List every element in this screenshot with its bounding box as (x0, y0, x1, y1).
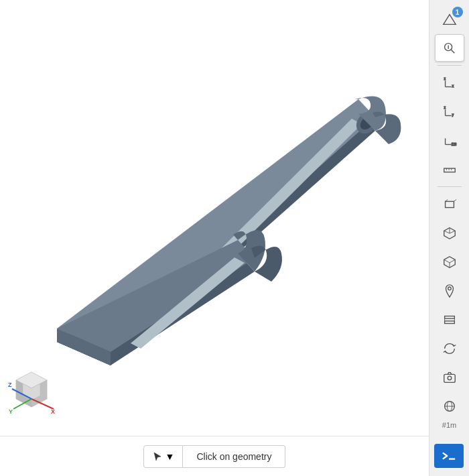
svg-text:x: x (452, 84, 454, 88)
axis-zy-button[interactable]: 123 (435, 127, 464, 154)
viewport: X Y Z ▼ Click on geometry (0, 0, 429, 476)
cube-3d-button[interactable] (435, 248, 464, 276)
right-toolbar: 1 z x z y 1 (429, 0, 469, 476)
axis-yx-button[interactable]: z x (435, 69, 464, 97)
svg-line-47 (444, 231, 449, 233)
svg-line-24 (451, 50, 454, 53)
svg-text:Z: Z (8, 381, 12, 388)
axis-zx-button[interactable]: z y (435, 98, 464, 125)
svg-text:123: 123 (451, 143, 456, 146)
svg-point-49 (448, 287, 451, 290)
camera-button[interactable] (435, 363, 464, 391)
view-front-button[interactable] (435, 190, 464, 218)
zoom-measure-button[interactable] (435, 34, 464, 62)
svg-rect-37 (444, 168, 455, 172)
dimension-tool-button[interactable]: 1 (435, 5, 464, 33)
model-area (0, 0, 429, 416)
divider-1 (438, 65, 462, 66)
terminal-button[interactable] (434, 444, 464, 468)
svg-rect-41 (445, 201, 454, 207)
cursor-button[interactable]: ▼ (143, 445, 184, 468)
svg-line-46 (450, 231, 455, 233)
scale-label: #1m (442, 421, 456, 429)
sphere-button[interactable] (435, 392, 464, 420)
svg-text:z: z (444, 77, 446, 80)
axis-indicator: X Y Z (7, 365, 57, 416)
svg-rect-50 (444, 316, 454, 318)
svg-line-43 (454, 199, 456, 201)
svg-rect-51 (444, 320, 454, 323)
bottom-toolbar: ▼ Click on geometry (0, 436, 429, 476)
measure-button[interactable] (435, 306, 464, 333)
click-geometry-button[interactable]: Click on geometry (183, 445, 285, 468)
svg-text:y: y (452, 113, 454, 117)
view-3d-button[interactable] (435, 219, 464, 247)
location-button[interactable] (435, 277, 464, 304)
svg-text:X: X (51, 408, 55, 415)
refresh-button[interactable] (435, 335, 464, 362)
svg-text:Y: Y (9, 408, 13, 415)
svg-text:z: z (444, 106, 446, 109)
cursor-dropdown-arrow: ▼ (165, 451, 175, 462)
divider-2 (438, 186, 462, 187)
tool-badge: 1 (452, 7, 463, 17)
ruler-button[interactable] (435, 156, 464, 183)
svg-rect-54 (444, 374, 455, 382)
svg-point-55 (448, 376, 452, 380)
svg-rect-0 (0, 0, 429, 416)
